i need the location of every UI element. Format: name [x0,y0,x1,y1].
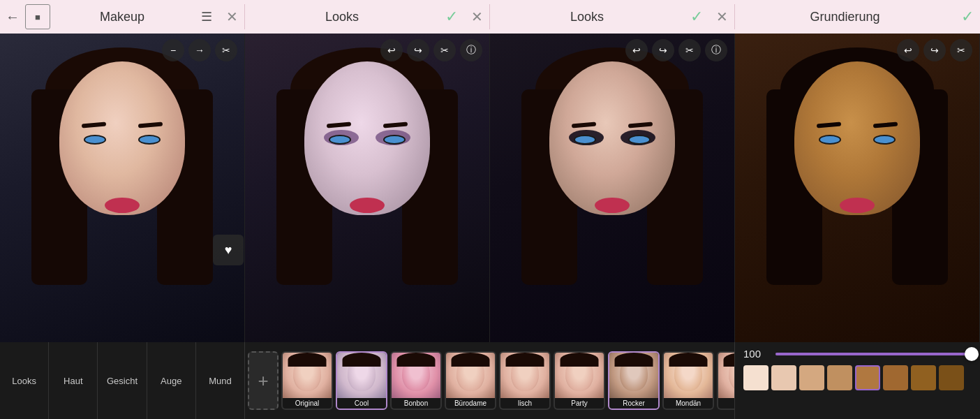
swatch-7[interactable] [939,365,964,390]
swatch-1[interactable] [771,365,796,390]
undo-icon-4[interactable]: ↩ [897,39,919,61]
panel2-confirm[interactable]: ✓ [439,4,464,29]
look-face-40s [718,353,735,398]
look-party[interactable]: Party [554,351,605,410]
look-label-rocker: Rocker [609,398,658,409]
face-oval-4 [794,61,920,215]
look-face-mondan [664,353,713,398]
panel3-close[interactable]: ✕ [709,4,734,29]
look-label-bonbon: Bonbon [392,398,440,409]
crop-icon-3[interactable]: ✂ [678,39,701,61]
eye-left-4 [819,135,841,145]
add-look-button[interactable]: + [248,351,279,410]
look-label-lisch: lisch [500,398,549,409]
panel1-title: Makeup [50,10,194,24]
list-icon[interactable]: ☰ [194,4,219,29]
look-face-burodame [446,353,495,398]
eyebrow-left-3 [572,122,596,128]
panel2-overlay: ↩ ↪ ✂ ⓘ [245,39,489,61]
foundation-controls: 100 [735,342,980,419]
bottom-area: Looks Haut Gesicht Auge Mund + Original … [0,342,980,419]
tab-mund[interactable]: Mund [196,342,244,419]
panel1-close[interactable]: ✕ [219,4,244,29]
swatch-2[interactable] [799,365,824,390]
look-40s[interactable]: 40s [717,351,735,410]
panel4-title: Grundierung [735,10,955,24]
face-bg-3 [490,34,734,342]
swatch-6[interactable] [911,365,936,390]
eye-right-1 [138,135,161,145]
face-bg-1 [0,34,244,342]
look-rocker[interactable]: Rocker [608,351,660,410]
panel3-overlay: ↩ ↪ ✂ ⓘ [490,39,734,61]
face-bg-2 [245,34,489,342]
look-burodame[interactable]: Bürodame [445,351,496,410]
looks-panel: + Original Cool Bonbon [245,342,735,419]
tab-looks[interactable]: Looks [0,342,49,419]
eyebrow-left-1 [82,122,106,128]
lips-1 [105,198,140,213]
eye-right-2 [383,135,406,145]
swatch-4[interactable] [855,365,880,390]
face-oval-2 [304,61,430,215]
redo-icon[interactable]: → [188,39,211,61]
look-bonbon[interactable]: Bonbon [390,351,442,410]
look-face-bonbon [392,353,440,398]
eyebrow-right-2 [383,122,408,128]
lips-2 [350,198,385,213]
panel1-overlay: − → ✂ [0,39,244,61]
eyebrow-right-3 [628,122,653,128]
eye-right-3 [628,135,651,145]
redo-icon-2[interactable]: ↪ [407,39,429,61]
panel2-close[interactable]: ✕ [464,4,489,29]
look-mondan[interactable]: Mondän [662,351,714,410]
swatch-5[interactable] [883,365,908,390]
crop-icon-4[interactable]: ✂ [950,39,972,61]
swatch-3[interactable] [827,365,852,390]
foundation-slider[interactable] [775,353,972,355]
panel3-title: Looks [490,10,684,24]
look-original[interactable]: Original [281,351,333,410]
panel2-header: Looks ✓ ✕ [245,4,490,29]
slider-fill [775,353,972,355]
panel4-header: Grundierung ✓ [735,4,980,29]
look-face-original [283,353,332,398]
grid-icon[interactable]: ■ [25,4,50,29]
look-label-mondan: Mondän [664,398,713,409]
redo-icon-3[interactable]: ↪ [652,39,674,61]
panel-original: − → ✂ ♥ [0,34,245,342]
info-icon-2[interactable]: ⓘ [460,39,482,61]
tab-haut[interactable]: Haut [49,342,98,419]
crop-icon[interactable]: ✂ [215,39,237,61]
undo-icon-3[interactable]: ↩ [625,39,648,61]
tab-auge[interactable]: Auge [147,342,196,419]
panel-cool: ↩ ↪ ✂ ⓘ [245,34,490,342]
panel1-header: ← ■ Makeup ☰ ✕ [0,4,245,29]
crop-icon-2[interactable]: ✂ [433,39,456,61]
minus-icon[interactable]: − [162,39,184,61]
panel4-confirm[interactable]: ✓ [955,4,980,29]
panel3-confirm[interactable]: ✓ [684,4,709,29]
redo-icon-4[interactable]: ↪ [923,39,946,61]
swatch-0[interactable] [743,365,769,390]
look-cool[interactable]: Cool [336,351,387,410]
face-bg-4 [735,34,979,342]
info-icon-3[interactable]: ⓘ [705,39,727,61]
eyebrow-right-4 [873,122,898,128]
slider-thumb[interactable] [965,347,979,361]
eye-left-2 [329,135,351,145]
top-bar: ← ■ Makeup ☰ ✕ Looks ✓ ✕ Looks ✓ ✕ Grund… [0,0,980,34]
slider-row: 100 [743,348,972,360]
panel-rocker: ↩ ↪ ✂ ⓘ [490,34,735,342]
look-face-rocker [609,353,658,398]
look-label-party: Party [555,398,604,409]
favorite-icon[interactable]: ♥ [213,235,244,265]
back-button[interactable]: ← [0,4,25,29]
tab-gesicht[interactable]: Gesicht [98,342,147,419]
panel3-header: Looks ✓ ✕ [490,4,735,29]
undo-icon-2[interactable]: ↩ [380,39,403,61]
lips-3 [595,198,630,213]
look-label-burodame: Bürodame [446,398,495,409]
look-lisch[interactable]: lisch [499,351,551,410]
eyebrow-left-2 [327,122,351,128]
